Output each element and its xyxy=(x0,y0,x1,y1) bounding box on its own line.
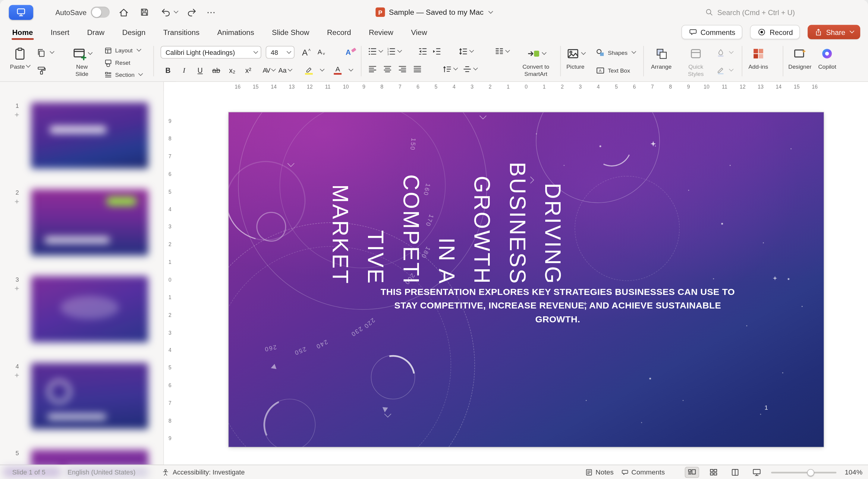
reset-button[interactable]: Reset xyxy=(104,56,142,68)
quick-styles-button[interactable]: Quick Styles xyxy=(684,45,707,77)
vertical-ruler[interactable]: 9876543210123456789 xyxy=(164,91,176,465)
decor-arrow xyxy=(382,407,388,412)
designer-label: Designer xyxy=(788,63,811,70)
decrease-indent-button[interactable] xyxy=(418,46,428,56)
justify-button[interactable] xyxy=(412,64,422,74)
align-center-button[interactable] xyxy=(382,64,393,74)
align-text-button[interactable] xyxy=(462,64,477,74)
new-slide-button[interactable]: New Slide xyxy=(70,45,94,77)
italic-button[interactable]: I xyxy=(178,64,190,76)
tab-draw[interactable]: Draw xyxy=(86,26,105,39)
format-painter-button[interactable] xyxy=(36,64,46,76)
language-indicator[interactable]: English (United States) xyxy=(67,465,135,479)
slideshow-button[interactable] xyxy=(749,467,764,478)
columns-button[interactable] xyxy=(494,46,509,56)
text-direction-button[interactable] xyxy=(442,64,458,74)
align-left-button[interactable] xyxy=(368,64,378,74)
grow-font-button[interactable]: A˄ xyxy=(300,46,313,58)
text-box-button[interactable]: AText Box xyxy=(595,64,635,76)
highlight-color-button[interactable] xyxy=(303,64,315,76)
shrink-font-button[interactable]: A˅ xyxy=(315,46,328,58)
ruler-number: 6 xyxy=(409,82,427,91)
slide-subtitle[interactable]: THIS PRESENTATION EXPLORES KEY STRATEGIE… xyxy=(374,285,742,326)
comments-toggle-button[interactable]: Comments xyxy=(621,469,665,476)
notes-button[interactable]: Notes xyxy=(585,469,614,476)
tab-insert[interactable]: Insert xyxy=(50,26,70,39)
copy-button[interactable] xyxy=(36,46,54,59)
slide-title[interactable]: DRIVING BUSINESS GROWTH IN A COMPETI TIV… xyxy=(323,152,571,285)
slide-thumbnail-4[interactable]: 4 xyxy=(31,363,148,429)
numbering-button[interactable]: 123 xyxy=(386,46,401,56)
tab-design[interactable]: Design xyxy=(121,26,147,39)
slide-thumbnail-3[interactable]: 3 xyxy=(31,276,148,342)
arrange-button[interactable]: Arrange xyxy=(651,45,672,70)
slide-sorter-view-button[interactable] xyxy=(707,467,721,478)
font-color-button[interactable]: A xyxy=(332,64,344,76)
shapes-button[interactable]: Shapes xyxy=(595,46,635,59)
document-title-menu[interactable]: P Sample — Saved to my Mac xyxy=(375,7,493,17)
decor-chevron xyxy=(479,113,487,119)
search-field[interactable]: Search (Cmd + Ctrl + U) xyxy=(705,8,795,17)
more-toolbar-icon[interactable]: ⋯ xyxy=(207,7,216,18)
slide-canvas[interactable]: 150 160 170 180 200 220 230 240 250 260 … xyxy=(176,91,868,465)
increase-indent-button[interactable] xyxy=(432,46,442,56)
tab-record[interactable]: Record xyxy=(326,26,352,39)
superscript-button[interactable]: x² xyxy=(242,64,255,76)
slide-thumbnail-2[interactable]: 2 xyxy=(31,189,148,255)
character-spacing-button[interactable]: AV xyxy=(262,64,275,76)
clear-formatting-button[interactable]: A xyxy=(344,46,357,58)
slide-thumbnail-panel[interactable]: 1 2 3 4 5 xyxy=(0,82,164,465)
zoom-slider-knob[interactable] xyxy=(807,469,814,476)
redo-icon[interactable] xyxy=(184,5,199,20)
font-size-select[interactable]: 48 xyxy=(266,46,295,59)
slide-thumbnail-1[interactable]: 1 xyxy=(31,102,148,169)
autosave-toggle[interactable] xyxy=(91,7,110,18)
tab-transitions[interactable]: Transitions xyxy=(162,26,201,39)
home-icon[interactable] xyxy=(116,5,131,20)
bold-button[interactable]: B xyxy=(161,64,174,76)
accessibility-status[interactable]: Accessibility: Investigate xyxy=(161,465,245,479)
slide-1[interactable]: 150 160 170 180 200 220 230 240 250 260 … xyxy=(229,113,824,447)
horizontal-ruler[interactable]: 1615141312111098765432101234567891011121… xyxy=(176,82,868,91)
change-case-button[interactable]: Aa xyxy=(278,64,292,76)
undo-chevron-icon[interactable] xyxy=(174,9,179,13)
tab-home[interactable]: Home xyxy=(11,26,34,39)
tab-view[interactable]: View xyxy=(410,26,428,39)
section-button[interactable]: Section xyxy=(104,69,142,81)
line-spacing-button[interactable] xyxy=(458,46,473,56)
tab-animations[interactable]: Animations xyxy=(216,26,255,39)
change-case-chevron-icon xyxy=(287,67,292,72)
tab-slide-show[interactable]: Slide Show xyxy=(271,26,310,39)
underline-button[interactable]: U xyxy=(194,64,207,76)
undo-icon[interactable] xyxy=(158,5,173,20)
thumbnail-image xyxy=(31,363,148,429)
zoom-level[interactable]: 104% xyxy=(844,469,862,476)
paste-button[interactable]: Paste xyxy=(10,45,30,70)
comments-button[interactable]: Comments xyxy=(681,25,743,39)
convert-smartart-button[interactable]: Convert to SmartArt xyxy=(515,45,557,77)
normal-view-button[interactable] xyxy=(685,467,699,478)
picture-button[interactable]: Picture xyxy=(566,45,585,70)
save-icon[interactable] xyxy=(137,5,152,20)
quick-styles-icon xyxy=(689,47,703,60)
app-icon-button[interactable] xyxy=(9,5,33,20)
subscript-button[interactable]: x₂ xyxy=(226,64,239,76)
align-right-button[interactable] xyxy=(398,64,407,74)
designer-button[interactable]: Designer xyxy=(788,45,811,70)
copilot-button[interactable]: Copilot xyxy=(818,45,836,70)
layout-chevron-icon xyxy=(136,47,141,52)
bullets-button[interactable] xyxy=(368,46,383,56)
zoom-slider[interactable] xyxy=(771,468,837,477)
share-button[interactable]: Share xyxy=(808,25,860,39)
record-button[interactable]: Record xyxy=(750,25,800,39)
layout-button[interactable]: Layout xyxy=(104,44,142,56)
shape-fill-button[interactable] xyxy=(716,46,733,59)
tab-review[interactable]: Review xyxy=(368,26,395,39)
slide-thumbnail-5[interactable]: 5 xyxy=(31,450,148,465)
strikethrough-button[interactable]: ab xyxy=(210,64,222,76)
copilot-icon xyxy=(821,47,834,60)
shape-outline-button[interactable] xyxy=(716,64,733,76)
font-name-select[interactable]: Calibri Light (Headings) xyxy=(161,46,261,59)
addins-button[interactable]: Add-ins xyxy=(748,45,768,70)
reading-view-button[interactable] xyxy=(728,467,742,478)
